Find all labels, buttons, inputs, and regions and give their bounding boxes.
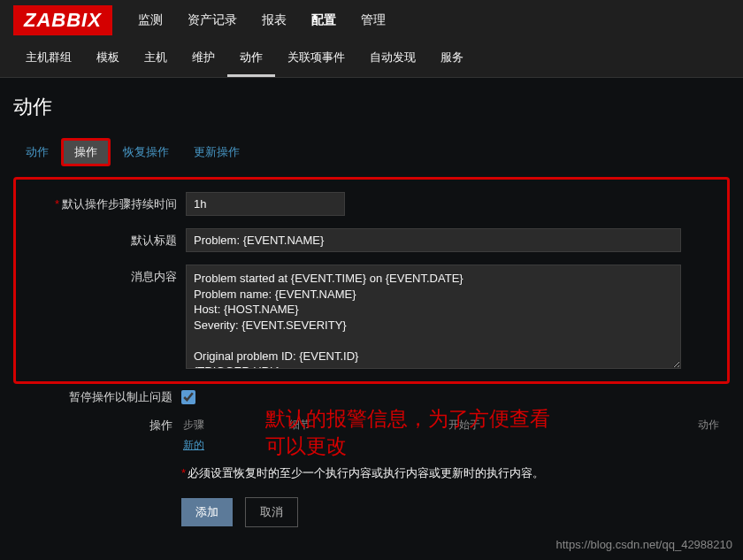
cancel-button[interactable]: 取消 [245, 497, 298, 527]
textarea-message[interactable]: Problem started at {EVENT.TIME} on {EVEN… [186, 265, 681, 369]
subnav-hostgroups[interactable]: 主机群组 [13, 41, 84, 77]
subnav-correlation[interactable]: 关联项事件 [275, 41, 357, 77]
nav-assets[interactable]: 资产记录 [175, 0, 249, 41]
row-message: 消息内容 Problem started at {EVENT.TIME} on … [18, 265, 718, 369]
tab-row: 动作 操作 恢复操作 更新操作 [0, 138, 743, 166]
ops-table: 步骤 细节 开始于 动作 新的 默认的报警信息，为了方便查看 可以更改 [181, 412, 730, 453]
highlight-frame: *默认操作步骤持续时间 默认标题 消息内容 Problem started at… [13, 177, 730, 384]
row-pause: 暂停操作以制止问题 [13, 389, 730, 405]
checkbox-pause[interactable] [181, 390, 195, 404]
col-steps: 步骤 [183, 418, 289, 433]
col-action: 动作 [572, 418, 728, 433]
label-pause: 暂停操作以制止问题 [13, 389, 181, 405]
link-new[interactable]: 新的 [181, 437, 206, 453]
subnav-hosts[interactable]: 主机 [132, 41, 180, 77]
label-duration: *默认操作步骤持续时间 [18, 192, 186, 212]
nav-config[interactable]: 配置 [299, 0, 349, 41]
add-button[interactable]: 添加 [181, 498, 233, 526]
label-title: 默认标题 [18, 228, 186, 249]
button-row: 添加 取消 [181, 497, 730, 527]
tab-update[interactable]: 更新操作 [181, 138, 252, 166]
label-ops: 操作 [13, 412, 181, 453]
tab-action[interactable]: 动作 [13, 138, 61, 166]
col-details: 细节 [289, 418, 448, 433]
subnav-templates[interactable]: 模板 [84, 41, 132, 77]
nav-monitor[interactable]: 监测 [126, 0, 175, 41]
subnav-discovery[interactable]: 自动发现 [357, 41, 428, 77]
tab-recovery[interactable]: 恢复操作 [111, 138, 181, 166]
subnav-services[interactable]: 服务 [428, 41, 476, 77]
watermark: https://blog.csdn.net/qq_42988210 [556, 538, 733, 551]
input-duration[interactable] [186, 192, 345, 216]
ops-header: 步骤 细节 开始于 动作 [181, 412, 730, 438]
sub-nav: 主机群组 模板 主机 维护 动作 关联项事件 自动发现 服务 [0, 41, 743, 78]
tab-operation[interactable]: 操作 [61, 138, 111, 166]
nav-reports[interactable]: 报表 [249, 0, 299, 41]
main-nav: 监测 资产记录 报表 配置 管理 [126, 0, 398, 41]
note-row: *必须设置恢复时的至少一个执行内容或执行内容或更新时的执行内容。 [13, 465, 730, 481]
logo[interactable]: ZABBIX [13, 5, 112, 35]
input-title[interactable] [186, 228, 681, 252]
col-start: 开始于 [448, 418, 572, 433]
page-title: 动作 [0, 78, 743, 138]
row-duration: *默认操作步骤持续时间 [18, 192, 718, 216]
ops-section: 操作 步骤 细节 开始于 动作 新的 默认的报警信息，为了方便查看 可以更改 [13, 412, 730, 453]
row-title: 默认标题 [18, 228, 718, 252]
note-text: *必须设置恢复时的至少一个执行内容或执行内容或更新时的执行内容。 [181, 465, 544, 481]
header: ZABBIX 监测 资产记录 报表 配置 管理 [0, 0, 743, 41]
label-message: 消息内容 [18, 265, 186, 285]
nav-admin[interactable]: 管理 [349, 0, 398, 41]
subnav-actions[interactable]: 动作 [227, 41, 275, 77]
subnav-maintenance[interactable]: 维护 [180, 41, 227, 77]
